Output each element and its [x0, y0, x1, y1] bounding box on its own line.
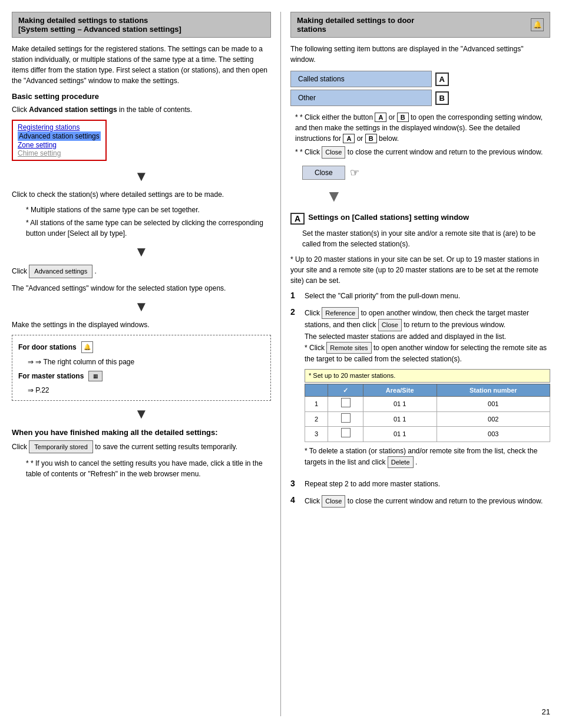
table-row: 1 01 1 001	[305, 397, 550, 412]
col-area: Area/Site	[363, 384, 437, 397]
called-stations-btn[interactable]: Called stations A	[290, 71, 432, 87]
delete-note: * To delete a station (or stations) and/…	[305, 446, 550, 469]
row1-area: 01 1	[363, 397, 437, 412]
other-btn[interactable]: Other B	[290, 90, 432, 106]
temp-stored-btn[interactable]: Temporarily stored	[29, 440, 92, 454]
step-3-text: Repeat step 2 to add more master station…	[305, 480, 440, 488]
right-column: Making detailed settings to door station…	[280, 12, 550, 716]
step-2-text1: Click	[305, 309, 320, 317]
cancel-note-list: * If you wish to cancel the setting resu…	[21, 458, 271, 479]
close-button-preview[interactable]: Close	[302, 166, 345, 180]
step-1: 1 Select the "Call priority" from the pu…	[290, 291, 550, 301]
right-title: Making detailed settings to door station…	[297, 16, 414, 34]
step-2-content: Click Reference to open another window, …	[305, 307, 550, 473]
finished-text2: to save the current setting results temp…	[95, 443, 237, 451]
inline-b-badge: B	[397, 113, 409, 122]
table-row: 3 01 1 003	[305, 427, 550, 442]
click-advanced-desc: The "Advanced settings" window for the s…	[12, 283, 271, 294]
make-settings-text: Make the settings in the displayed windo…	[12, 319, 271, 330]
click-advanced-line: Click Advanced settings .	[12, 265, 271, 278]
toc-item-advanced[interactable]: Advanced station settings	[18, 131, 101, 141]
close-area: Close ☞	[302, 163, 550, 182]
row2-check[interactable]	[328, 411, 363, 427]
finished-line: Click Temporarily stored to save the cur…	[12, 440, 271, 454]
delete-note-end: .	[415, 458, 417, 466]
page-number: 21	[542, 707, 550, 716]
click-check-text: Click to check the station(s) where deta…	[12, 189, 271, 200]
right-section-header: Making detailed settings to door station…	[290, 12, 550, 38]
row2-num: 2	[305, 411, 328, 427]
right-arrow-down: ▼	[326, 187, 550, 206]
step2-close-btn[interactable]: Close	[378, 319, 402, 331]
row3-area: 01 1	[363, 427, 437, 442]
arrow-down-2: ▼	[12, 243, 271, 260]
left-section-header: Making detailed settings to stations [Sy…	[12, 12, 271, 38]
advanced-settings-btn[interactable]: Advanced settings	[29, 265, 92, 278]
door-station-header-icon: 🔔	[531, 18, 544, 31]
delete-btn[interactable]: Delete	[388, 456, 414, 469]
table-row: 2 01 1 002	[305, 411, 550, 427]
col-check: ✓	[328, 384, 363, 397]
inline-close-btn[interactable]: Close	[322, 146, 345, 159]
door-station-arrow: ⇒ ⇒ The right column of this page	[28, 358, 265, 366]
step-2-desc: The selected master stations are added a…	[305, 332, 506, 341]
step-2: 2 Click Reference to open another window…	[290, 307, 550, 473]
other-label: Other	[298, 94, 316, 102]
basic-heading: Basic setting procedure	[12, 92, 271, 101]
reference-btn[interactable]: Reference	[322, 307, 359, 319]
row2-station: 002	[437, 411, 550, 427]
remote-sites-btn[interactable]: Remote sites	[326, 342, 371, 354]
badge-b: B	[435, 91, 449, 105]
called-stations-label: Called stations	[298, 75, 345, 83]
checkbox-3[interactable]	[341, 428, 351, 437]
col-num	[305, 384, 328, 397]
checkbox-2[interactable]	[341, 413, 351, 423]
master-station-icon: ▦	[88, 371, 103, 381]
inline-a-badge: A	[375, 113, 386, 122]
inline-b-badge2: B	[365, 134, 377, 143]
step4-close-btn[interactable]: Close	[322, 495, 345, 508]
delete-note-text: * To delete a station (or stations) and/…	[305, 447, 537, 466]
section-a-desc: Set the master station(s) in your site a…	[302, 228, 550, 249]
right-title-line2: stations	[297, 25, 326, 34]
toc-item-zone[interactable]: Zone setting	[18, 141, 101, 149]
right-notes: * Click either the button A or B to open…	[290, 112, 550, 159]
step-3-content: Repeat step 2 to add more master station…	[305, 479, 550, 489]
checkbox-1[interactable]	[341, 398, 351, 407]
step-2-num: 2	[290, 307, 300, 317]
intro-text: Make detailed settings for the registere…	[12, 44, 271, 86]
left-column: Making detailed settings to stations [Sy…	[12, 12, 271, 716]
badge-a: A	[435, 73, 449, 86]
row1-check[interactable]	[328, 397, 363, 412]
row3-num: 3	[305, 427, 328, 442]
master-station-arrow: ⇒ P.22	[28, 386, 265, 394]
left-title-line1: Making detailed settings to stations	[18, 16, 148, 25]
step-1-text: Select the "Call priority" from the pull…	[305, 292, 460, 300]
click-advanced-text1: Click	[12, 267, 27, 275]
door-station-row: For door stations 🔔	[18, 341, 265, 353]
master-station-label: For master stations	[18, 372, 84, 380]
step-1-content: Select the "Call priority" from the pull…	[305, 291, 550, 301]
inline-a-badge2: A	[343, 134, 355, 143]
row3-check[interactable]	[328, 427, 363, 442]
table-note: * Set up to 20 master stations.	[305, 369, 550, 383]
toc-box: Registering stations Advanced station se…	[12, 120, 107, 161]
note-master-count: * Up to 20 master stations in your site …	[290, 254, 550, 286]
setting-buttons-area: Called stations A Other B	[290, 71, 432, 106]
step-4-text2: to close the current window and return t…	[348, 497, 543, 505]
steps-list: 1 Select the "Call priority" from the pu…	[290, 291, 550, 508]
section-a-heading: A Settings on [Called stations] setting …	[290, 213, 550, 225]
arrow-down-3: ▼	[12, 298, 271, 315]
bullet-list-1: Multiple stations of the same type can b…	[21, 205, 271, 239]
toc-item-registering[interactable]: Registering stations	[18, 123, 101, 131]
bullet-item-1: Multiple stations of the same type can b…	[21, 205, 271, 215]
step-4: 4 Click Close to close the current windo…	[290, 495, 550, 508]
master-stations-table-area: * Set up to 20 master stations. ✓ Area/S…	[305, 369, 550, 442]
finished-text1: Click	[12, 443, 27, 451]
bullet-item-2: All stations of the same type can be sel…	[21, 218, 271, 239]
right-note2: * Click Close to close the current windo…	[290, 146, 550, 159]
left-title-line2: [System setting – Advanced station setti…	[18, 25, 181, 34]
step-3: 3 Repeat step 2 to add more master stati…	[290, 479, 550, 489]
step-2-note-text: * Click	[305, 344, 325, 352]
arrow-down-1: ▼	[12, 168, 271, 185]
